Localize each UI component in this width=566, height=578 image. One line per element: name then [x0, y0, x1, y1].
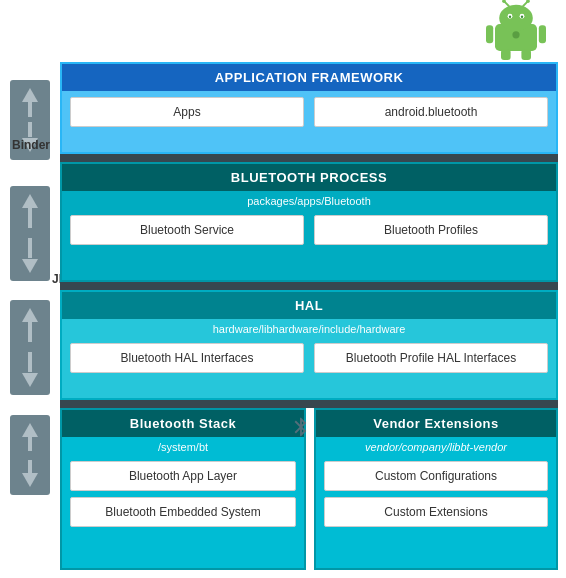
svg-point-1: [499, 5, 533, 31]
svg-rect-11: [539, 25, 546, 43]
vendor-ext-boxes: Custom Configurations Custom Extensions: [316, 455, 556, 533]
connector-jni: [60, 282, 558, 290]
diagram-wrapper: Binder JNI APPLICATION FRAMEWORK Apps an…: [0, 0, 566, 578]
hal-arrows: [8, 300, 52, 395]
svg-rect-10: [486, 25, 493, 43]
hal-section: HAL hardware/libhardware/include/hardwar…: [60, 290, 558, 400]
svg-rect-17: [28, 102, 32, 117]
hal-header: HAL: [62, 292, 556, 319]
svg-point-4: [509, 16, 511, 18]
svg-point-14: [512, 31, 519, 38]
bt-stack-section: Bluetooth Stack /system/bt Bluetooth App…: [60, 408, 306, 570]
svg-rect-27: [28, 322, 32, 342]
bt-stack-boxes: Bluetooth App Layer Bluetooth Embedded S…: [62, 455, 304, 533]
svg-rect-12: [501, 49, 511, 60]
appfw-boxes: Apps android.bluetooth: [62, 91, 556, 133]
svg-point-5: [521, 16, 523, 18]
vendor-ext-subpath: vendor/company/libbt-vendor: [316, 437, 556, 455]
bt-app-layer-box: Bluetooth App Layer: [70, 461, 296, 491]
custom-extensions-box: Custom Extensions: [324, 497, 548, 527]
hal-subpath: hardware/libhardware/include/hardware: [62, 319, 556, 337]
svg-rect-32: [28, 437, 32, 451]
bt-icon: [290, 416, 312, 438]
vendor-ext-header: Vendor Extensions: [316, 410, 556, 437]
hal-profile-interfaces-box: Bluetooth Profile HAL Interfaces: [314, 343, 548, 373]
svg-rect-18: [28, 122, 32, 137]
hal-interfaces-box: Bluetooth HAL Interfaces: [70, 343, 304, 373]
bt-service-box: Bluetooth Service: [70, 215, 304, 245]
apps-box: Apps: [70, 97, 304, 127]
bt-process-boxes: Bluetooth Service Bluetooth Profiles: [62, 209, 556, 251]
bt-process-section: BLUETOOTH PROCESS packages/apps/Bluetoot…: [60, 162, 558, 282]
custom-configs-box: Custom Configurations: [324, 461, 548, 491]
svg-rect-28: [28, 352, 32, 372]
bt-stack-header: Bluetooth Stack: [62, 410, 304, 437]
binder-label: Binder: [12, 138, 50, 152]
connector-binder: [60, 154, 558, 162]
android-logo: [486, 0, 546, 60]
bt-process-header: BLUETOOTH PROCESS: [62, 164, 556, 191]
jni-arrows: [8, 186, 52, 281]
svg-rect-13: [521, 49, 531, 60]
svg-rect-23: [28, 238, 32, 258]
android-bluetooth-box: android.bluetooth: [314, 97, 548, 127]
appfw-section: APPLICATION FRAMEWORK Apps android.bluet…: [60, 62, 558, 154]
bt-process-subpath: packages/apps/Bluetooth: [62, 191, 556, 209]
svg-rect-33: [28, 460, 32, 474]
bt-stack-subpath: /system/bt: [62, 437, 304, 455]
appfw-header: APPLICATION FRAMEWORK: [62, 64, 556, 91]
svg-rect-22: [28, 208, 32, 228]
vendor-ext-section: Vendor Extensions vendor/company/libbt-v…: [314, 408, 558, 570]
connector-hal: [60, 400, 558, 408]
bt-profiles-box: Bluetooth Profiles: [314, 215, 548, 245]
hal-boxes: Bluetooth HAL Interfaces Bluetooth Profi…: [62, 337, 556, 379]
bt-embedded-box: Bluetooth Embedded System: [70, 497, 296, 527]
bottom-arrows: [8, 415, 52, 495]
